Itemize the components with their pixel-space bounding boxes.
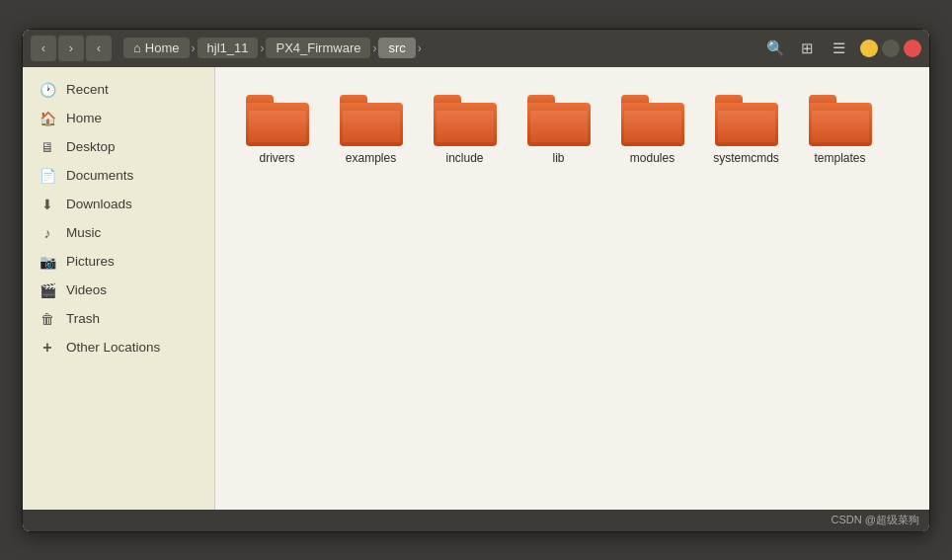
breadcrumb-src-label: src bbox=[388, 40, 405, 55]
sidebar-label-home: Home bbox=[66, 111, 102, 125]
folder-icon bbox=[621, 95, 684, 146]
watermark: CSDN @超级菜狗 bbox=[832, 513, 919, 527]
forward-button[interactable]: › bbox=[58, 36, 84, 61]
folder-label: examples bbox=[346, 151, 396, 167]
documents-icon: 📄 bbox=[39, 167, 56, 185]
home-icon: ⌂ bbox=[133, 40, 141, 55]
sidebar-item-downloads[interactable]: ⬇ Downloads bbox=[27, 191, 210, 218]
bottom-bar: CSDN @超级菜狗 bbox=[23, 510, 929, 531]
folder-label: drivers bbox=[259, 151, 294, 167]
breadcrumb-home-label: Home bbox=[145, 40, 180, 55]
folder-icon bbox=[246, 95, 309, 146]
sidebar-label-music: Music bbox=[66, 225, 101, 240]
sidebar-item-trash[interactable]: 🗑 Trash bbox=[27, 305, 210, 333]
sidebar-label-videos: Videos bbox=[66, 282, 107, 297]
sidebar-item-recent[interactable]: 🕐 Recent bbox=[27, 76, 210, 104]
menu-button[interactable]: ☰ bbox=[825, 35, 852, 62]
videos-icon: 🎬 bbox=[39, 281, 56, 299]
search-button[interactable]: 🔍 bbox=[761, 35, 789, 62]
titlebar: ‹ › ‹ ⌂ Home › hjl1_11 › PX4_Firmware › … bbox=[23, 30, 929, 67]
breadcrumb-sep-4: › bbox=[418, 41, 422, 55]
sidebar-label-documents: Documents bbox=[66, 168, 133, 183]
file-manager-window: ‹ › ‹ ⌂ Home › hjl1_11 › PX4_Firmware › … bbox=[22, 29, 930, 532]
folder-item[interactable]: examples bbox=[329, 87, 413, 175]
sidebar-item-home[interactable]: 🏠 Home bbox=[27, 105, 210, 132]
sidebar-item-pictures[interactable]: 📷 Pictures bbox=[27, 248, 210, 276]
breadcrumb-px4-label: PX4_Firmware bbox=[276, 40, 360, 55]
folder-icon bbox=[715, 95, 778, 146]
close-button[interactable] bbox=[904, 40, 921, 57]
home-icon: 🏠 bbox=[39, 110, 56, 127]
folder-item[interactable]: systemcmds bbox=[704, 87, 788, 175]
sidebar-item-desktop[interactable]: 🖥 Desktop bbox=[27, 133, 210, 161]
folder-label: templates bbox=[814, 151, 865, 167]
folder-item[interactable]: include bbox=[423, 87, 507, 175]
folder-label: include bbox=[445, 151, 483, 167]
breadcrumb: ⌂ Home › hjl1_11 › PX4_Firmware › src › bbox=[123, 38, 750, 58]
music-icon: ♪ bbox=[39, 224, 56, 242]
desktop-icon: 🖥 bbox=[39, 138, 56, 156]
titlebar-actions: 🔍 ⊞ ☰ bbox=[761, 35, 852, 62]
other-locations-icon: + bbox=[39, 339, 56, 357]
sidebar-item-videos[interactable]: 🎬 Videos bbox=[27, 277, 210, 304]
back-button[interactable]: ‹ bbox=[31, 36, 56, 61]
pictures-icon: 📷 bbox=[39, 253, 56, 271]
breadcrumb-sep-2: › bbox=[260, 41, 264, 55]
breadcrumb-sep-1: › bbox=[192, 41, 196, 55]
maximize-button[interactable] bbox=[882, 40, 900, 57]
trash-icon: 🗑 bbox=[39, 310, 56, 328]
up-button[interactable]: ‹ bbox=[86, 36, 112, 61]
main-content: 🕐 Recent 🏠 Home 🖥 Desktop 📄 Documents ⬇ … bbox=[23, 67, 929, 510]
sidebar-label-other: Other Locations bbox=[66, 340, 160, 355]
recent-icon: 🕐 bbox=[39, 81, 56, 99]
sidebar: 🕐 Recent 🏠 Home 🖥 Desktop 📄 Documents ⬇ … bbox=[23, 67, 215, 510]
view-toggle-button[interactable]: ⊞ bbox=[793, 35, 821, 62]
breadcrumb-px4[interactable]: PX4_Firmware bbox=[266, 38, 370, 58]
window-controls bbox=[860, 40, 921, 57]
breadcrumb-src[interactable]: src bbox=[378, 38, 415, 58]
sidebar-label-recent: Recent bbox=[66, 82, 109, 97]
folder-icon bbox=[527, 95, 591, 146]
folder-item[interactable]: modules bbox=[610, 87, 694, 175]
folder-icon bbox=[809, 95, 872, 146]
folder-item[interactable]: drivers bbox=[235, 87, 319, 175]
sidebar-label-desktop: Desktop bbox=[66, 139, 116, 154]
file-area: driversexamplesincludelibmodulessystemcm… bbox=[215, 67, 929, 510]
folder-icon bbox=[434, 95, 497, 146]
sidebar-item-other-locations[interactable]: + Other Locations bbox=[27, 334, 210, 361]
sidebar-label-downloads: Downloads bbox=[66, 197, 132, 211]
breadcrumb-hjl[interactable]: hjl1_11 bbox=[198, 38, 259, 58]
folder-item[interactable]: lib bbox=[516, 87, 600, 175]
folder-label: lib bbox=[552, 151, 564, 167]
breadcrumb-hjl-label: hjl1_11 bbox=[207, 40, 249, 55]
folder-icon bbox=[340, 95, 403, 146]
breadcrumb-home[interactable]: ⌂ Home bbox=[123, 38, 190, 58]
sidebar-item-documents[interactable]: 📄 Documents bbox=[27, 162, 210, 190]
minimize-button[interactable] bbox=[860, 40, 878, 57]
sidebar-label-pictures: Pictures bbox=[66, 254, 115, 269]
sidebar-label-trash: Trash bbox=[66, 311, 100, 326]
downloads-icon: ⬇ bbox=[39, 196, 56, 213]
folder-label: systemcmds bbox=[713, 151, 779, 167]
sidebar-item-music[interactable]: ♪ Music bbox=[27, 219, 210, 247]
nav-buttons: ‹ › ‹ bbox=[31, 36, 112, 61]
breadcrumb-sep-3: › bbox=[372, 41, 376, 55]
folder-item[interactable]: templates bbox=[798, 87, 882, 175]
folder-label: modules bbox=[630, 151, 674, 167]
